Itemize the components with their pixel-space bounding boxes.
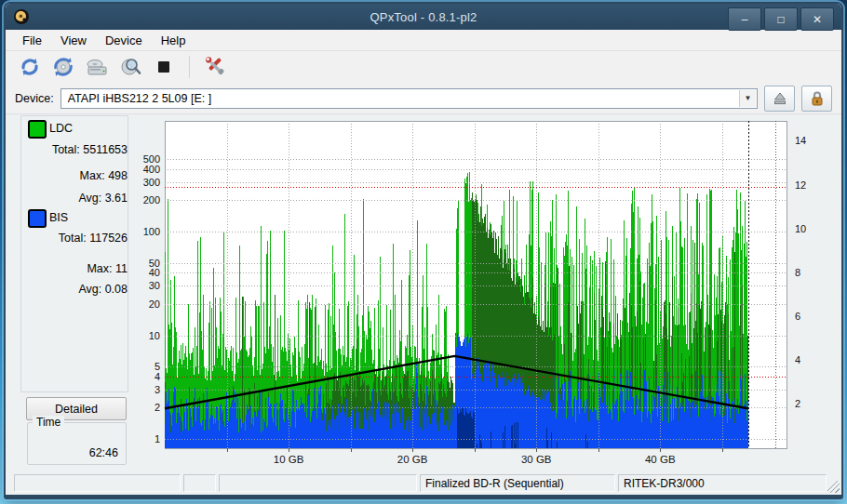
ldc-total: Total: 5511653 bbox=[29, 143, 128, 156]
menu-view[interactable]: View bbox=[51, 31, 96, 50]
ldc-max: Max: 498 bbox=[29, 169, 128, 182]
bis-avg: Avg: 0.08 bbox=[29, 283, 128, 296]
status-panel-1 bbox=[14, 474, 181, 492]
device-label: Device: bbox=[15, 92, 54, 105]
y-axis-left-tick-label: 2 bbox=[155, 402, 160, 413]
time-label: Time bbox=[33, 416, 64, 429]
chevron-down-icon[interactable]: ▼ bbox=[739, 90, 756, 107]
device-bar: Device: ATAPI iHBS212 2 5L09 [E: ] ▼ bbox=[6, 83, 841, 114]
bis-max: Max: 11 bbox=[29, 262, 128, 275]
app-window: QPxTool - 0.8.1-pl2 – □ ✕ File View Devi… bbox=[4, 2, 843, 499]
y-axis-right-tick-label: 14 bbox=[795, 135, 806, 146]
ldc-color-swatch bbox=[28, 120, 47, 139]
menu-help[interactable]: Help bbox=[152, 31, 195, 50]
toolbar-separator bbox=[189, 56, 190, 78]
ldc-avg: Avg: 3.61 bbox=[29, 192, 128, 205]
y-axis-left-tick-label: 400 bbox=[143, 164, 160, 175]
menu-device[interactable]: Device bbox=[96, 31, 152, 50]
x-axis-tick-label: 20 GB bbox=[397, 454, 428, 465]
x-axis-tick-label: 40 GB bbox=[645, 454, 676, 465]
bis-color-swatch bbox=[28, 209, 47, 228]
scan-media-icon bbox=[118, 55, 142, 79]
x-axis-tick-label: 30 GB bbox=[521, 454, 552, 465]
quality-chart: 5004003002001005040302010543211412108642… bbox=[130, 115, 827, 471]
status-bar: Finalized BD-R (Sequential) RITEK-DR3/00… bbox=[6, 472, 841, 495]
preferences-icon bbox=[203, 55, 227, 79]
refresh-media-icon bbox=[51, 55, 75, 79]
x-axis-tick-label: 10 GB bbox=[274, 454, 304, 465]
chart-canvas: 5004003002001005040302010543211412108642… bbox=[130, 115, 827, 471]
close-button[interactable]: ✕ bbox=[800, 7, 834, 31]
stop-button[interactable] bbox=[151, 54, 177, 80]
y-axis-right-tick-label: 2 bbox=[795, 398, 800, 409]
y-axis-left-tick-label: 4 bbox=[155, 371, 160, 382]
preferences-button[interactable] bbox=[202, 54, 228, 80]
refresh-media-button[interactable] bbox=[50, 54, 76, 80]
refresh-button[interactable] bbox=[17, 54, 43, 80]
drive-info-button[interactable] bbox=[84, 54, 110, 80]
time-groupbox: Time 62:46 bbox=[27, 422, 127, 465]
resize-grip[interactable] bbox=[827, 481, 840, 493]
device-combobox-value: ATAPI iHBS212 2 5L09 [E: ] bbox=[68, 92, 211, 105]
y-axis-left-tick-label: 40 bbox=[149, 267, 160, 278]
y-axis-right-tick-label: 12 bbox=[795, 179, 806, 191]
y-axis-right-tick-label: 10 bbox=[795, 223, 806, 234]
bis-label: BIS bbox=[49, 211, 68, 224]
time-value: 62:46 bbox=[89, 446, 118, 459]
y-axis-left-tick-label: 1 bbox=[155, 433, 160, 444]
ldc-label: LDC bbox=[49, 122, 73, 135]
drive-icon bbox=[85, 55, 109, 79]
y-axis-left-tick-label: 20 bbox=[149, 298, 160, 310]
device-combobox[interactable]: ATAPI iHBS212 2 5L09 [E: ] ▼ bbox=[60, 88, 758, 109]
y-axis-right-tick-label: 4 bbox=[795, 354, 800, 365]
eject-icon bbox=[773, 91, 787, 106]
media-id-status: RITEK-DR3/000 bbox=[618, 474, 827, 492]
y-axis-right-tick-label: 6 bbox=[795, 311, 800, 322]
maximize-button[interactable]: □ bbox=[764, 7, 798, 31]
menu-file[interactable]: File bbox=[13, 31, 51, 50]
toolbar bbox=[6, 51, 841, 83]
minimize-button[interactable]: – bbox=[728, 7, 761, 31]
y-axis-right-tick-label: 8 bbox=[795, 267, 800, 278]
lock-button[interactable] bbox=[801, 86, 832, 112]
eject-button[interactable] bbox=[764, 86, 795, 112]
y-axis-left-tick-label: 100 bbox=[143, 226, 160, 237]
y-axis-left-tick-label: 3 bbox=[155, 384, 160, 395]
main-content: LDC Total: 5511653 Max: 498 Avg: 3.61 BI… bbox=[6, 114, 841, 472]
title-bar[interactable]: QPxTool - 0.8.1-pl2 – □ ✕ bbox=[6, 4, 841, 30]
stop-icon bbox=[152, 55, 176, 79]
status-panel-2 bbox=[183, 474, 216, 492]
y-axis-left-tick-label: 300 bbox=[143, 177, 160, 188]
stats-panel: LDC Total: 5511653 Max: 498 Avg: 3.61 BI… bbox=[20, 115, 128, 392]
menu-bar: File View Device Help bbox=[6, 30, 841, 51]
y-axis-left-tick-label: 30 bbox=[149, 280, 160, 291]
app-icon bbox=[13, 8, 30, 25]
bis-total: Total: 117526 bbox=[29, 232, 128, 245]
window-title: QPxTool - 0.8.1-pl2 bbox=[6, 10, 841, 24]
status-panel-3 bbox=[219, 474, 417, 492]
scan-media-button[interactable] bbox=[117, 54, 143, 80]
window-controls: – □ ✕ bbox=[728, 7, 834, 31]
desktop: { "window": { "title": "QPxTool - 0.8.1-… bbox=[0, 0, 847, 504]
refresh-icon bbox=[18, 55, 42, 79]
y-axis-left-tick-label: 10 bbox=[149, 330, 160, 341]
disc-type-status: Finalized BD-R (Sequential) bbox=[420, 474, 615, 492]
lock-icon bbox=[810, 90, 825, 107]
y-axis-left-tick-label: 200 bbox=[143, 194, 160, 206]
